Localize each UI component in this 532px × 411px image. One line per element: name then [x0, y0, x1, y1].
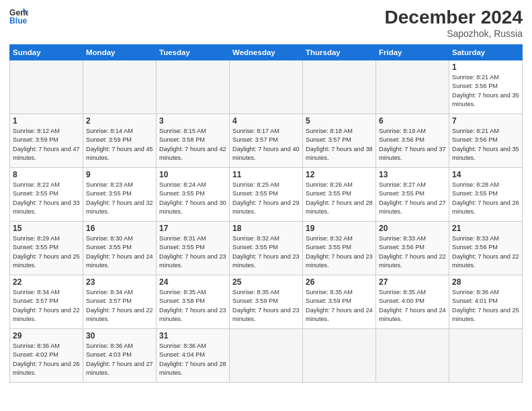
table-row: 10Sunrise: 8:24 AMSunset: 3:55 PMDayligh…	[157, 168, 230, 222]
cell-info: Sunrise: 8:19 AMSunset: 3:56 PMDaylight:…	[379, 128, 446, 161]
table-row: 18Sunrise: 8:32 AMSunset: 3:55 PMDayligh…	[230, 222, 303, 275]
day-number: 13	[379, 170, 446, 179]
day-number: 23	[86, 277, 153, 287]
cell-info: Sunrise: 8:35 AMSunset: 4:00 PMDaylight:…	[379, 289, 446, 322]
cell-info: Sunrise: 8:22 AMSunset: 3:55 PMDaylight:…	[13, 181, 80, 215]
table-row: 29Sunrise: 8:36 AMSunset: 4:02 PMDayligh…	[10, 329, 83, 383]
table-row: 15Sunrise: 8:29 AMSunset: 3:55 PMDayligh…	[10, 222, 83, 275]
table-row	[303, 60, 376, 114]
cell-info: Sunrise: 8:36 AMSunset: 4:03 PMDaylight:…	[86, 342, 153, 376]
col-saturday: Saturday	[449, 45, 523, 60]
table-row	[449, 329, 523, 383]
day-number: 1	[13, 116, 80, 126]
day-number: 18	[232, 224, 300, 233]
table-row: 28Sunrise: 8:36 AMSunset: 4:01 PMDayligh…	[449, 275, 523, 329]
table-row: 6Sunrise: 8:19 AMSunset: 3:56 PMDaylight…	[376, 114, 449, 168]
cell-info: Sunrise: 8:18 AMSunset: 3:57 PMDaylight:…	[306, 128, 373, 161]
table-row: 22Sunrise: 8:34 AMSunset: 3:57 PMDayligh…	[10, 275, 83, 329]
col-sunday: Sunday	[10, 45, 83, 60]
cell-info: Sunrise: 8:34 AMSunset: 3:57 PMDaylight:…	[86, 289, 153, 322]
table-row: 24Sunrise: 8:35 AMSunset: 3:58 PMDayligh…	[157, 275, 230, 329]
cell-info: Sunrise: 8:34 AMSunset: 3:57 PMDaylight:…	[13, 289, 80, 322]
week-row-0: 1Sunrise: 8:21 AMSunset: 3:56 PMDaylight…	[10, 60, 523, 114]
day-number: 4	[232, 116, 300, 126]
table-row	[10, 60, 83, 114]
cell-info: Sunrise: 8:30 AMSunset: 3:55 PMDaylight:…	[86, 235, 153, 269]
cell-info: Sunrise: 8:35 AMSunset: 3:58 PMDaylight:…	[159, 289, 226, 322]
day-number: 12	[306, 170, 373, 179]
table-row: 3Sunrise: 8:15 AMSunset: 3:58 PMDaylight…	[157, 114, 230, 168]
cell-info: Sunrise: 8:36 AMSunset: 4:02 PMDaylight:…	[13, 342, 80, 376]
day-number: 14	[452, 170, 519, 179]
cell-info: Sunrise: 8:36 AMSunset: 4:04 PMDaylight:…	[159, 342, 226, 376]
day-number: 10	[159, 170, 226, 179]
table-row: 5Sunrise: 8:18 AMSunset: 3:57 PMDaylight…	[303, 114, 376, 168]
day-number: 19	[306, 224, 373, 233]
day-number: 25	[232, 277, 300, 287]
cell-info: Sunrise: 8:33 AMSunset: 3:56 PMDaylight:…	[452, 235, 519, 269]
table-row: 17Sunrise: 8:31 AMSunset: 3:55 PMDayligh…	[157, 222, 230, 275]
cell-info: Sunrise: 8:26 AMSunset: 3:55 PMDaylight:…	[306, 181, 373, 215]
col-tuesday: Tuesday	[157, 45, 230, 60]
week-row-4: 22Sunrise: 8:34 AMSunset: 3:57 PMDayligh…	[10, 275, 523, 329]
col-thursday: Thursday	[303, 45, 376, 60]
cell-info: Sunrise: 8:29 AMSunset: 3:55 PMDaylight:…	[13, 235, 80, 269]
calendar-table: Sunday Monday Tuesday Wednesday Thursday…	[9, 44, 523, 383]
day-number: 5	[306, 116, 373, 126]
table-row	[157, 60, 230, 114]
table-row: 2Sunrise: 8:14 AMSunset: 3:59 PMDaylight…	[83, 114, 157, 168]
table-row: 25Sunrise: 8:35 AMSunset: 3:59 PMDayligh…	[230, 275, 303, 329]
table-row: 20Sunrise: 8:33 AMSunset: 3:56 PMDayligh…	[376, 222, 449, 275]
day-number: 9	[86, 170, 153, 179]
cell-info: Sunrise: 8:31 AMSunset: 3:55 PMDaylight:…	[159, 235, 226, 269]
table-row: 1Sunrise: 8:12 AMSunset: 3:59 PMDaylight…	[10, 114, 83, 168]
day-number: 2	[86, 116, 153, 126]
cell-info: Sunrise: 8:21 AMSunset: 3:56 PMDaylight:…	[452, 128, 519, 161]
cell-info: Sunrise: 8:21 AMSunset: 3:56 PMDaylight:…	[452, 74, 519, 107]
day-number: 28	[452, 277, 519, 287]
table-row: 13Sunrise: 8:27 AMSunset: 3:55 PMDayligh…	[376, 168, 449, 222]
table-row: 9Sunrise: 8:23 AMSunset: 3:55 PMDaylight…	[83, 168, 157, 222]
table-row: 21Sunrise: 8:33 AMSunset: 3:56 PMDayligh…	[449, 222, 523, 275]
cell-info: Sunrise: 8:15 AMSunset: 3:58 PMDaylight:…	[159, 128, 226, 161]
table-row: 8Sunrise: 8:22 AMSunset: 3:55 PMDaylight…	[10, 168, 83, 222]
logo: General Blue	[9, 7, 28, 26]
table-row	[230, 329, 303, 383]
cell-info: Sunrise: 8:24 AMSunset: 3:55 PMDaylight:…	[159, 181, 226, 215]
month-title: December 2024	[385, 7, 523, 28]
day-number: 29	[13, 331, 80, 340]
week-row-2: 8Sunrise: 8:22 AMSunset: 3:55 PMDaylight…	[10, 168, 523, 222]
week-row-3: 15Sunrise: 8:29 AMSunset: 3:55 PMDayligh…	[10, 222, 523, 275]
svg-text:Blue: Blue	[9, 16, 28, 26]
logo-icon: General Blue	[9, 7, 28, 26]
cell-info: Sunrise: 8:35 AMSunset: 3:59 PMDaylight:…	[232, 289, 300, 322]
table-row: 4Sunrise: 8:17 AMSunset: 3:57 PMDaylight…	[230, 114, 303, 168]
table-row: 7Sunrise: 8:21 AMSunset: 3:56 PMDaylight…	[449, 114, 523, 168]
table-row: 31Sunrise: 8:36 AMSunset: 4:04 PMDayligh…	[157, 329, 230, 383]
day-number: 6	[379, 116, 446, 126]
col-wednesday: Wednesday	[230, 45, 303, 60]
week-row-5: 29Sunrise: 8:36 AMSunset: 4:02 PMDayligh…	[10, 329, 523, 383]
header-row: Sunday Monday Tuesday Wednesday Thursday…	[10, 45, 523, 60]
cell-info: Sunrise: 8:28 AMSunset: 3:55 PMDaylight:…	[452, 181, 519, 215]
day-number: 1	[452, 62, 519, 72]
day-number: 20	[379, 224, 446, 233]
cell-info: Sunrise: 8:35 AMSunset: 3:59 PMDaylight:…	[306, 289, 373, 322]
page-container: General Blue December 2024 Sapozhok, Rus…	[0, 0, 532, 390]
cell-info: Sunrise: 8:14 AMSunset: 3:59 PMDaylight:…	[86, 128, 153, 161]
day-number: 31	[159, 331, 226, 340]
day-number: 30	[86, 331, 153, 340]
cell-info: Sunrise: 8:33 AMSunset: 3:56 PMDaylight:…	[379, 235, 446, 269]
cell-info: Sunrise: 8:17 AMSunset: 3:57 PMDaylight:…	[232, 128, 300, 161]
table-row	[376, 329, 449, 383]
table-row	[376, 60, 449, 114]
day-number: 11	[232, 170, 300, 179]
table-row: 14Sunrise: 8:28 AMSunset: 3:55 PMDayligh…	[449, 168, 523, 222]
day-number: 8	[13, 170, 80, 179]
table-row	[83, 60, 157, 114]
table-row: 1Sunrise: 8:21 AMSunset: 3:56 PMDaylight…	[449, 60, 523, 114]
day-number: 27	[379, 277, 446, 287]
table-row	[303, 329, 376, 383]
day-number: 3	[159, 116, 226, 126]
col-monday: Monday	[83, 45, 157, 60]
